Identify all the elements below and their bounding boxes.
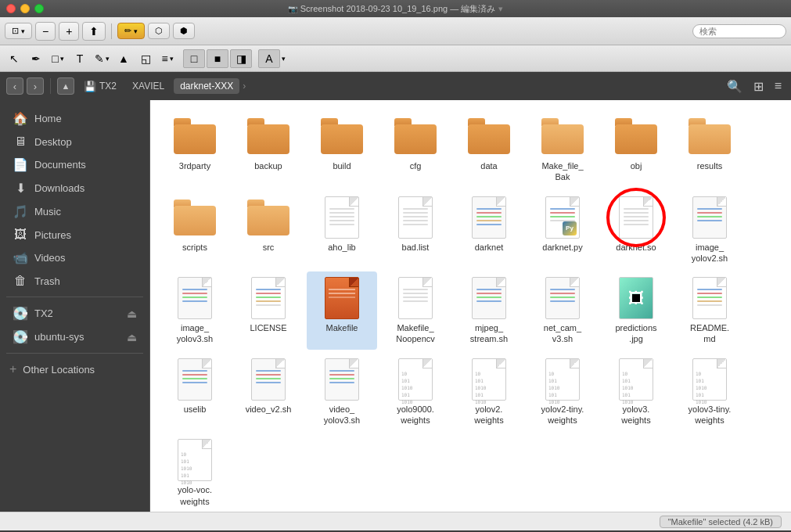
sidebar-item-desktop[interactable]: 🖥 Desktop	[3, 131, 146, 153]
path-right-controls: 🔍 ⊞ ≡	[724, 77, 785, 95]
tx2-eject-icon[interactable]: ⏏	[127, 307, 137, 320]
file-item-readme-md[interactable]: README.md	[674, 271, 745, 350]
path-xaviel[interactable]: XAVIEL	[126, 78, 171, 94]
file-item-uselib[interactable]: uselib	[160, 353, 230, 431]
file-item-darknet-py[interactable]: Py darknet.py	[527, 191, 598, 269]
file-item-predictions-jpg[interactable]: 🖼 predictions.jpg	[601, 271, 671, 350]
file-name-obj: obj	[631, 160, 642, 171]
file-name-data: data	[480, 160, 497, 171]
header-separator	[50, 78, 51, 94]
sidebar-item-pictures[interactable]: 🖼 Pictures	[3, 224, 146, 246]
ubuntu-sys-row: ubuntu-sys ⏏	[34, 331, 137, 343]
file-item-yolov2-tiny-weights[interactable]: 1010110101011010 yolov2-tiny.weights	[527, 353, 598, 431]
file-item-darknet[interactable]: darknet	[454, 191, 524, 269]
border-tool[interactable]: ◱	[136, 49, 155, 68]
ubuntu-sys-eject-icon[interactable]: ⏏	[127, 331, 137, 343]
type-tool[interactable]: T	[70, 49, 89, 68]
tx2-row: TX2 ⏏	[34, 307, 137, 320]
file-name-backup: backup	[254, 160, 282, 171]
sidebar-item-other-locations[interactable]: + Other Locations	[0, 358, 149, 380]
file-item-make-file-bak[interactable]: Make_file_Bak	[527, 110, 598, 188]
folder-icon-3rdparty	[173, 114, 217, 158]
file-item-license[interactable]: LICENSE	[233, 271, 304, 350]
sidebar-item-music[interactable]: 🎵 Music	[3, 200, 146, 223]
file-item-yolov2-weights[interactable]: 1010110101011010 yolov2.weights	[454, 353, 524, 431]
file-item-yolo9000-weights[interactable]: 1010110101011010 yolo9000.weights	[380, 353, 451, 431]
color-fill-tool[interactable]: ▲	[114, 49, 133, 68]
file-area[interactable]: 3rdparty backup build cfg	[150, 100, 791, 512]
pen-tool[interactable]: ✒	[27, 49, 45, 68]
path-tx2[interactable]: 💾 TX2	[77, 78, 123, 95]
close-button[interactable]	[6, 4, 16, 13]
file-item-obj[interactable]: obj	[601, 110, 671, 188]
columns-view-button[interactable]: ⊞	[750, 77, 767, 95]
path-darknet-xxx[interactable]: darknet-XXX	[174, 78, 239, 94]
sidebar-item-tx2[interactable]: 💽 TX2 ⏏	[3, 302, 146, 325]
resize-btn[interactable]: ⬡	[148, 23, 170, 39]
file-name-results: results	[697, 160, 722, 171]
file-item-yolov3-weights[interactable]: 1010110101011010 yolov3.weights	[601, 353, 671, 431]
sidebar-item-home[interactable]: 🏠 Home	[3, 107, 146, 130]
file-item-video-yolov3-sh[interactable]: video_yolov3.sh	[307, 353, 377, 431]
file-item-3rdparty[interactable]: 3rdparty	[160, 110, 230, 188]
parent-dir-button[interactable]: ▲	[57, 77, 74, 95]
file-item-bad-list[interactable]: bad.list	[380, 191, 451, 269]
list-view-button[interactable]: ≡	[771, 77, 785, 95]
file-item-data[interactable]: data	[454, 110, 524, 188]
file-name-makefile-noopencv: Makefile_Noopencv	[396, 322, 435, 345]
file-item-image-yolov3-sh[interactable]: image_yolov3.sh	[160, 271, 230, 350]
titlebar: 📷 Screenshot 2018-09-23 10_19_16.png — 編…	[0, 0, 791, 17]
annotate-tool[interactable]: ✎▾	[92, 49, 111, 68]
folder-icon-build	[320, 114, 364, 158]
zoom-in-btn[interactable]: +	[59, 22, 79, 41]
file-item-cfg[interactable]: cfg	[380, 110, 451, 188]
select-tool[interactable]: ↖	[5, 49, 23, 68]
file-item-makefile-noopencv[interactable]: Makefile_Noopencv	[380, 271, 451, 350]
sidebar-item-documents[interactable]: 📄 Documents	[3, 153, 146, 176]
sidebar-divider	[6, 297, 143, 297]
file-item-results[interactable]: results	[674, 110, 745, 188]
folder-icon-src	[246, 196, 290, 239]
sidebar-item-videos[interactable]: 📹 Videos	[3, 246, 146, 269]
color-btn[interactable]: ✏ ▾	[117, 23, 145, 39]
text-tool-btn[interactable]: A	[258, 49, 280, 68]
back-button[interactable]: ‹	[6, 77, 23, 95]
file-item-build[interactable]: build	[307, 110, 377, 188]
file-item-aho-lib[interactable]: aho_lib	[307, 191, 377, 269]
view-outline[interactable]: □	[183, 49, 205, 68]
view-fill[interactable]: ■	[207, 49, 228, 68]
file-item-image-yolov2-sh[interactable]: image_yolov2.sh	[674, 191, 745, 269]
doc-icon-net-cam-v3-sh	[541, 276, 584, 320]
view-toggle-btn[interactable]: ⊡ ▾	[5, 23, 32, 39]
file-item-makefile[interactable]: Makefile	[307, 271, 377, 350]
view-mode[interactable]: ◨	[230, 49, 252, 68]
file-name-video-yolov3-sh: video_yolov3.sh	[324, 404, 360, 426]
file-item-src[interactable]: src	[233, 191, 304, 269]
forward-button[interactable]: ›	[27, 77, 44, 95]
file-item-scripts[interactable]: scripts	[160, 191, 230, 269]
search-input[interactable]	[692, 24, 786, 38]
file-item-net-cam-v3-sh[interactable]: net_cam_v3.sh	[527, 271, 598, 350]
home-icon: 🏠	[13, 111, 28, 126]
file-item-mjpeg-stream-sh[interactable]: mjpeg_stream.sh	[454, 271, 524, 350]
sidebar-item-trash[interactable]: 🗑 Trash	[3, 270, 146, 292]
sidebar-item-downloads[interactable]: ⬇ Downloads	[3, 177, 146, 200]
share-btn[interactable]: ⬆	[82, 22, 106, 41]
toolbar-separator	[111, 23, 112, 39]
file-name-darknet-py: darknet.py	[542, 242, 582, 253]
file-item-yolov3-tiny-weights[interactable]: 1010110101011010 yolov3-tiny.weights	[674, 353, 745, 431]
minimize-button[interactable]	[20, 4, 30, 13]
file-item-video-v2-sh[interactable]: video_v2.sh	[233, 353, 304, 431]
zoom-out-btn[interactable]: −	[35, 22, 56, 41]
sidebar-item-ubuntu-sys[interactable]: 💽 ubuntu-sys ⏏	[3, 325, 146, 348]
file-item-backup[interactable]: backup	[233, 110, 304, 188]
file-item-darknet-so[interactable]: darknet.so	[601, 191, 671, 269]
shape-tool[interactable]: □▾	[49, 49, 67, 68]
search-button[interactable]: 🔍	[724, 77, 746, 95]
arrange-btn[interactable]: ⬢	[173, 23, 195, 39]
view-options: □ ■ ◨	[183, 49, 252, 68]
more-tools[interactable]: ≡▾	[158, 49, 177, 68]
file-name-yolov2-tiny-weights: yolov2-tiny.weights	[541, 404, 584, 426]
maximize-button[interactable]	[34, 4, 44, 13]
file-item-yolo-voc-weights[interactable]: 1010110101011010 yolo-voc.weights	[160, 433, 230, 512]
